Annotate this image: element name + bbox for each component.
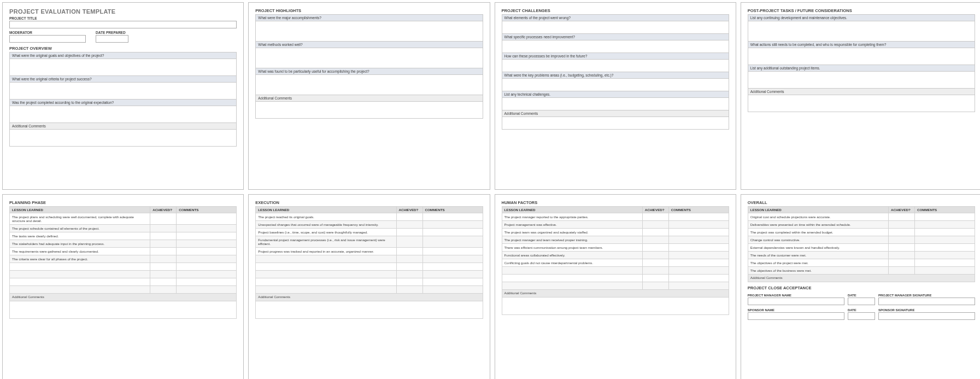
page-3: PROJECT CHALLENGES What elements of the …	[495, 2, 736, 190]
table-row[interactable]	[10, 278, 150, 285]
p4-q4: Additional Comments	[748, 89, 975, 95]
table-row[interactable]	[502, 274, 642, 282]
section-execution: EXECUTION	[255, 200, 483, 205]
p3-q5: List any technical challenges.	[502, 91, 729, 98]
page-6: EXECUTION LESSON LEARNED ACHIEVED? COMME…	[248, 194, 490, 380]
table-row[interactable]	[256, 255, 396, 263]
achieved-cell[interactable]	[150, 213, 177, 224]
p2-q2: What methods worked well?	[256, 42, 482, 48]
table-row[interactable]	[10, 270, 150, 278]
table-row: Project management was effective.	[502, 220, 642, 228]
pm-date-input[interactable]	[848, 298, 875, 305]
table-row: Conflicting goals did not cause interdep…	[502, 259, 642, 266]
table-row: The project manager reported to the appr…	[502, 213, 642, 220]
section-project-close-acceptance: PROJECT CLOSE ACCEPTANCE	[748, 285, 975, 290]
comments-cell[interactable]	[177, 213, 237, 224]
page-1: PROJECT EVALUATION TEMPLATE PROJECT TITL…	[2, 2, 244, 190]
p3-q6-body[interactable]	[502, 117, 729, 129]
pm-name-input[interactable]	[748, 298, 844, 305]
pm-date-label: DATE	[848, 294, 875, 297]
sponsor-date-input[interactable]	[848, 312, 875, 320]
table-row: Project progress was tracked and reporte…	[256, 247, 396, 255]
additional-comments-body[interactable]	[502, 297, 729, 314]
sponsor-sig-input[interactable]	[878, 312, 975, 320]
p4-q4-body[interactable]	[748, 95, 975, 112]
p1-q4-body[interactable]	[10, 130, 236, 146]
p4-q1: List any continuing development and main…	[748, 15, 975, 21]
template-sheet-grid: PROJECT EVALUATION TEMPLATE PROJECT TITL…	[2, 2, 980, 379]
sponsor-name-input[interactable]	[748, 312, 844, 320]
table-row[interactable]	[256, 285, 396, 293]
p2-q3-body[interactable]	[256, 75, 482, 95]
p2-q4: Additional Comments	[256, 95, 482, 102]
p2-q1-body[interactable]	[256, 21, 482, 41]
table-row[interactable]	[256, 278, 396, 285]
p2-q2-body[interactable]	[256, 48, 482, 68]
p3-q1-body[interactable]	[502, 21, 729, 33]
additional-comments-body[interactable]	[256, 301, 483, 318]
sponsor-date-label: DATE	[848, 308, 875, 312]
additional-comments-label: Additional Comments	[256, 293, 483, 301]
p4-q2: What actions still needs to be completed…	[748, 42, 975, 48]
date-prepared-label: DATE PREPARED	[96, 31, 128, 34]
col-achieved: ACHIEVED?	[150, 206, 177, 213]
p4-q3: List any additional outstanding project …	[748, 65, 975, 72]
p3-q2: What specific processes need improvement…	[502, 34, 729, 40]
p1-q3: Was the project completed according to t…	[10, 100, 236, 106]
table-row: The project manager and team received pr…	[502, 236, 642, 243]
main-title: PROJECT EVALUATION TEMPLATE	[9, 8, 237, 15]
project-title-input[interactable]	[9, 21, 237, 28]
page-8: OVERALL LESSON LEARNED ACHIEVED? COMMENT…	[741, 194, 980, 380]
additional-comments-label: Additional Comments	[748, 274, 975, 282]
p3-q5-body[interactable]	[502, 98, 729, 110]
table-row[interactable]	[256, 263, 396, 270]
p2-q4-body[interactable]	[256, 102, 482, 118]
p3-q2-body[interactable]	[502, 40, 729, 53]
p1-q3-body[interactable]	[10, 106, 236, 123]
table-row: External dependencies were known and han…	[748, 243, 888, 251]
table-row: The tasks were clearly defined.	[10, 232, 150, 240]
p1-q2-body[interactable]	[10, 83, 236, 99]
p3-q3-body[interactable]	[502, 60, 729, 72]
p3-q4-body[interactable]	[502, 79, 729, 91]
pm-sig-label: PROJECT MANAGER SIGNATURE	[878, 294, 975, 297]
p4-q3-body[interactable]	[748, 72, 975, 88]
section-project-highlights: PROJECT HIGHLIGHTS	[255, 8, 483, 13]
p4-q2-body[interactable]	[748, 48, 975, 65]
page-2: PROJECT HIGHLIGHTS What were the major a…	[248, 2, 490, 190]
p1-q1-body[interactable]	[10, 59, 236, 75]
table-row: The requirements were gathered and clear…	[10, 247, 150, 255]
p4-q1-body[interactable]	[748, 21, 975, 41]
page-5: PLANNING PHASE LESSON LEARNED ACHIEVED? …	[2, 194, 244, 380]
moderator-label: MODERATOR	[9, 31, 86, 34]
table-row: The project was completed within the ame…	[748, 228, 888, 236]
pm-name-label: PROJECT MANAGER NAME	[748, 294, 844, 297]
table-row: The stakeholders had adequate input in t…	[10, 240, 150, 247]
planning-lessons-table: LESSON LEARNED ACHIEVED? COMMENTS The pr…	[9, 206, 237, 319]
table-row: The project plans and scheduling were we…	[10, 213, 150, 224]
moderator-input[interactable]	[9, 35, 86, 43]
table-row: The project reached its original goals.	[256, 213, 396, 220]
table-row[interactable]	[256, 270, 396, 278]
pm-sig-input[interactable]	[878, 298, 975, 305]
page-7: HUMAN FACTORS LESSON LEARNED ACHIEVED? C…	[495, 194, 736, 380]
p2-q3: What was found to be particularly useful…	[256, 68, 482, 75]
sponsor-name-label: SPONSOR NAME	[748, 308, 844, 312]
table-row: Deliverables were presented on time with…	[748, 220, 888, 228]
table-row[interactable]	[502, 266, 642, 274]
project-title-label: PROJECT TITLE	[9, 16, 237, 20]
table-row: The needs of the customer were met.	[748, 251, 888, 259]
section-project-challenges: PROJECT CHALLENGES	[502, 8, 729, 13]
table-row[interactable]	[10, 285, 150, 293]
col-comments: COMMENTS	[177, 206, 237, 213]
p1-q4: Additional Comments	[10, 123, 236, 130]
execution-lessons-table: LESSON LEARNED ACHIEVED? COMMENTS The pr…	[255, 206, 483, 319]
table-row[interactable]	[10, 263, 150, 270]
additional-comments-body[interactable]	[10, 301, 237, 318]
date-prepared-input[interactable]	[96, 35, 128, 43]
table-row: Original cost and schedule projections w…	[748, 213, 888, 220]
table-row[interactable]	[502, 282, 642, 289]
p3-q1: What elements of the project went wrong?	[502, 15, 729, 21]
section-overall: OVERALL	[748, 200, 975, 205]
table-row: Project baselines (i.e., time, scope, an…	[256, 228, 396, 236]
